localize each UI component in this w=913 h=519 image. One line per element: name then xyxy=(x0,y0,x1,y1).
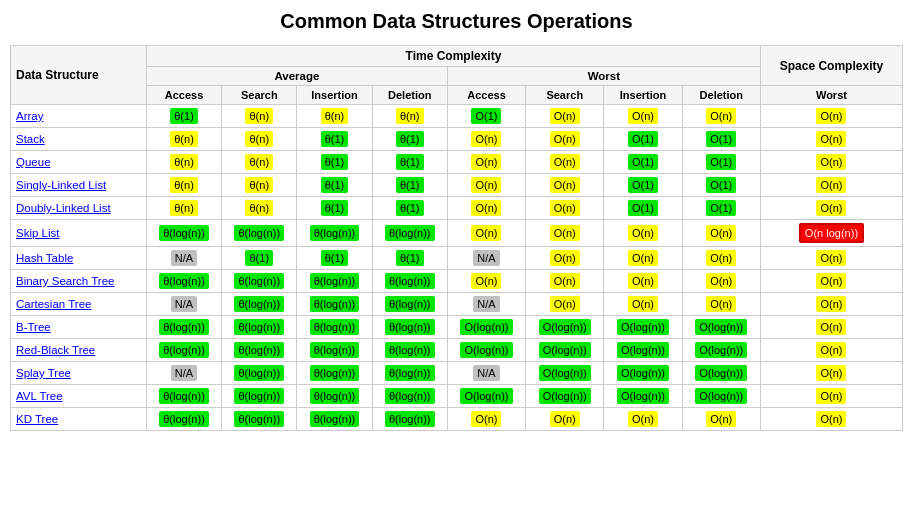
worst-cell-2: O(1) xyxy=(604,174,682,197)
col-avg-insertion: Insertion xyxy=(297,86,372,105)
avg-cell-2: θ(1) xyxy=(297,128,372,151)
avg-cell-3: θ(1) xyxy=(372,174,447,197)
worst-cell-2: O(1) xyxy=(604,128,682,151)
avg-cell-0: θ(n) xyxy=(146,151,221,174)
avg-cell-2: θ(log(n)) xyxy=(297,385,372,408)
avg-cell-3: θ(1) xyxy=(372,247,447,270)
avg-cell-3: θ(log(n)) xyxy=(372,385,447,408)
ds-name-link[interactable]: B-Tree xyxy=(16,321,51,333)
space-cell: O(n) xyxy=(760,151,902,174)
space-cell: O(n) xyxy=(760,362,902,385)
avg-cell-0: N/A xyxy=(146,362,221,385)
col-avg-access: Access xyxy=(146,86,221,105)
avg-cell-3: θ(log(n)) xyxy=(372,362,447,385)
space-cell: O(n) xyxy=(760,174,902,197)
col-data-structure: Data Structure xyxy=(11,46,147,105)
table-row: Arrayθ(1)θ(n)θ(n)θ(n)O(1)O(n)O(n)O(n)O(n… xyxy=(11,105,903,128)
worst-cell-0: O(n) xyxy=(447,408,525,431)
worst-cell-0: O(log(n)) xyxy=(447,339,525,362)
ds-name-link[interactable]: Splay Tree xyxy=(16,367,71,379)
avg-cell-2: θ(1) xyxy=(297,174,372,197)
worst-cell-1: O(n) xyxy=(526,408,604,431)
worst-cell-2: O(n) xyxy=(604,105,682,128)
worst-cell-3: O(1) xyxy=(682,151,760,174)
worst-cell-2: O(n) xyxy=(604,408,682,431)
worst-cell-3: O(n) xyxy=(682,220,760,247)
worst-cell-2: O(n) xyxy=(604,270,682,293)
col-worst-access: Access xyxy=(447,86,525,105)
avg-cell-3: θ(log(n)) xyxy=(372,220,447,247)
avg-cell-0: θ(1) xyxy=(146,105,221,128)
worst-cell-1: O(n) xyxy=(526,270,604,293)
worst-cell-2: O(n) xyxy=(604,293,682,316)
avg-cell-3: θ(log(n)) xyxy=(372,316,447,339)
table-row: Cartesian TreeN/Aθ(log(n))θ(log(n))θ(log… xyxy=(11,293,903,316)
worst-cell-2: O(log(n)) xyxy=(604,339,682,362)
ds-name-link[interactable]: Cartesian Tree xyxy=(16,298,91,310)
avg-cell-1: θ(log(n)) xyxy=(222,408,297,431)
avg-cell-2: θ(1) xyxy=(297,151,372,174)
space-cell: O(n) xyxy=(760,293,902,316)
ds-name-link[interactable]: Array xyxy=(16,110,43,122)
table-row: B-Treeθ(log(n))θ(log(n))θ(log(n))θ(log(n… xyxy=(11,316,903,339)
worst-cell-0: O(n) xyxy=(447,151,525,174)
avg-cell-2: θ(1) xyxy=(297,197,372,220)
avg-cell-1: θ(log(n)) xyxy=(222,339,297,362)
worst-cell-0: N/A xyxy=(447,247,525,270)
ds-name-link[interactable]: AVL Tree xyxy=(16,390,63,402)
table-row: Binary Search Treeθ(log(n))θ(log(n))θ(lo… xyxy=(11,270,903,293)
space-cell: O(n) xyxy=(760,197,902,220)
worst-cell-2: O(log(n)) xyxy=(604,316,682,339)
ds-name-link[interactable]: Skip List xyxy=(16,227,59,239)
col-space-worst: Worst xyxy=(760,86,902,105)
col-worst-deletion: Deletion xyxy=(682,86,760,105)
table-row: Hash TableN/Aθ(1)θ(1)θ(1)N/AO(n)O(n)O(n)… xyxy=(11,247,903,270)
worst-cell-1: O(log(n)) xyxy=(526,385,604,408)
table-row: Stackθ(n)θ(n)θ(1)θ(1)O(n)O(n)O(1)O(1)O(n… xyxy=(11,128,903,151)
ds-name-link[interactable]: Hash Table xyxy=(16,252,73,264)
worst-cell-0: O(log(n)) xyxy=(447,385,525,408)
ds-name-link[interactable]: Doubly-Linked List xyxy=(16,202,111,214)
avg-cell-3: θ(log(n)) xyxy=(372,339,447,362)
avg-cell-1: θ(1) xyxy=(222,247,297,270)
ds-name-link[interactable]: Binary Search Tree xyxy=(16,275,114,287)
worst-cell-1: O(log(n)) xyxy=(526,362,604,385)
avg-cell-0: θ(n) xyxy=(146,128,221,151)
space-cell: O(n) xyxy=(760,247,902,270)
col-avg-search: Search xyxy=(222,86,297,105)
ds-name-link[interactable]: Queue xyxy=(16,156,51,168)
avg-cell-3: θ(log(n)) xyxy=(372,270,447,293)
col-time-complexity: Time Complexity xyxy=(146,46,760,67)
avg-cell-3: θ(n) xyxy=(372,105,447,128)
avg-cell-0: θ(log(n)) xyxy=(146,220,221,247)
avg-cell-1: θ(log(n)) xyxy=(222,316,297,339)
avg-cell-2: θ(log(n)) xyxy=(297,293,372,316)
table-row: Skip Listθ(log(n))θ(log(n))θ(log(n))θ(lo… xyxy=(11,220,903,247)
worst-cell-3: O(1) xyxy=(682,197,760,220)
ds-name-link[interactable]: KD Tree xyxy=(16,413,58,425)
worst-cell-1: O(n) xyxy=(526,247,604,270)
worst-cell-1: O(n) xyxy=(526,293,604,316)
ds-name-link[interactable]: Stack xyxy=(16,133,45,145)
avg-cell-0: θ(log(n)) xyxy=(146,316,221,339)
worst-cell-0: O(1) xyxy=(447,105,525,128)
avg-cell-3: θ(1) xyxy=(372,151,447,174)
avg-cell-1: θ(log(n)) xyxy=(222,362,297,385)
avg-cell-1: θ(n) xyxy=(222,128,297,151)
avg-cell-0: N/A xyxy=(146,247,221,270)
page-title: Common Data Structures Operations xyxy=(10,10,903,33)
worst-cell-3: O(log(n)) xyxy=(682,362,760,385)
worst-cell-3: O(n) xyxy=(682,270,760,293)
col-worst-insertion: Insertion xyxy=(604,86,682,105)
worst-cell-1: O(n) xyxy=(526,220,604,247)
ds-name-link[interactable]: Singly-Linked List xyxy=(16,179,106,191)
ds-name-link[interactable]: Red-Black Tree xyxy=(16,344,95,356)
col-worst: Worst xyxy=(447,67,760,86)
table-row: Red-Black Treeθ(log(n))θ(log(n))θ(log(n)… xyxy=(11,339,903,362)
space-cell: O(n) xyxy=(760,385,902,408)
avg-cell-3: θ(1) xyxy=(372,128,447,151)
worst-cell-3: O(n) xyxy=(682,105,760,128)
worst-cell-0: N/A xyxy=(447,362,525,385)
table-row: Singly-Linked Listθ(n)θ(n)θ(1)θ(1)O(n)O(… xyxy=(11,174,903,197)
avg-cell-2: θ(log(n)) xyxy=(297,316,372,339)
